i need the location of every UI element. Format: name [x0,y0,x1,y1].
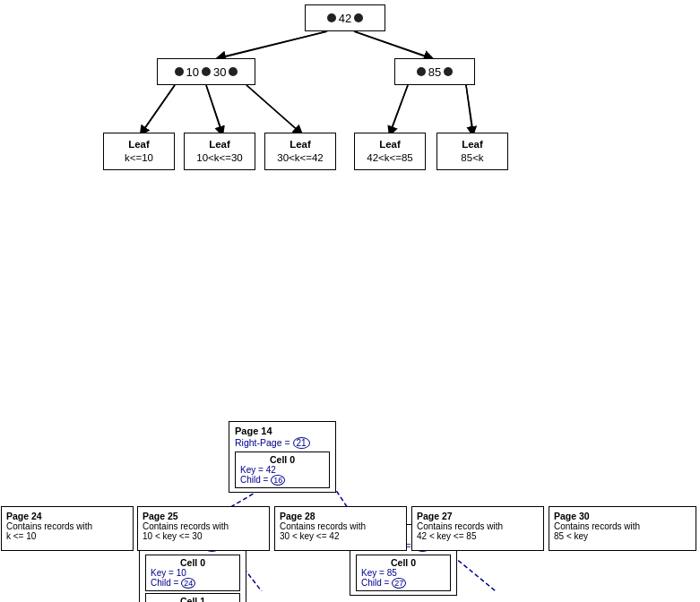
page21-cell0-child-value: 27 [392,578,406,589]
leaf-page-27-title: Page 27 [417,511,539,521]
leaf-page-30-line1: Contains records with [554,521,691,531]
dot [229,67,238,76]
leaf-page-24-line2: k <= 10 [6,531,128,541]
page16-cell0: Cell 0 Key = 10 Child = 24 [145,555,240,591]
internal-left-key1: 10 [186,65,199,79]
svg-line-4 [246,85,300,133]
btree-diagram: 42 10 30 85 Leaf k<=10 Leaf 10<k<=30 Lea… [0,0,700,197]
leaf-1-label: Leaf [128,138,150,151]
svg-line-12 [391,85,408,132]
leaf-page-30: Page 30 Contains records with 85 < key [549,506,696,551]
leaf-4: Leaf 42<k<=85 [354,133,426,170]
leaf-2-range: 10<k<=30 [196,151,242,165]
page21-cell0-title: Cell 0 [361,557,445,568]
leaf-4-range: 42<k<=85 [367,151,412,165]
svg-line-10 [206,85,221,132]
leaf-page-25-title: Page 25 [143,511,264,521]
svg-line-11 [246,85,299,132]
dot [202,67,211,76]
page14-right: Right-Page = 21 [235,437,330,449]
leaf-page-24-title: Page 24 [6,511,128,521]
leaf-page-27: Page 27 Contains records with 42 < key <… [411,506,544,551]
svg-line-3 [206,85,222,133]
dot [175,67,184,76]
page14-title: Page 14 [235,426,330,436]
page16-cell0-child: Child = 24 [151,578,235,589]
dot [444,67,453,76]
leaf-page-24-line1: Contains records with [6,521,128,531]
page16-cell1: Cell 1 Key = 30 Child = 25 [145,593,240,602]
svg-line-13 [466,85,472,132]
leaf-page-28: Page 28 Contains records with 30 < key <… [274,506,407,551]
btree-internal-left: 10 30 [157,58,255,85]
leaf-page-30-line2: 85 < key [554,531,691,541]
leaf-4-label: Leaf [379,138,401,151]
page16-cell0-title: Cell 0 [151,557,235,568]
leaf-page-28-line2: 30 < key <= 42 [280,531,402,541]
leaf-page-27-line1: Contains records with [417,521,539,531]
page21-cell0-child: Child = 27 [361,578,445,589]
page14-cell0: Cell 0 Key = 42 Child = 16 [235,452,330,488]
page21-cell0: Cell 0 Key = 85 Child = 27 [356,555,451,591]
svg-line-6 [466,85,473,133]
leaf-3: Leaf 30<k<=42 [264,133,336,170]
leaf-page-27-line2: 42 < key <= 85 [417,531,539,541]
page16-cell0-child-value: 24 [181,578,195,589]
dot [417,67,426,76]
leaf-5-range: 85<k [461,151,483,165]
leaf-page-28-line1: Contains records with [280,521,402,531]
btree-root: 42 [305,4,385,31]
leaf-2: Leaf 10<k<=30 [184,133,255,170]
leaf-3-range: 30<k<=42 [277,151,323,165]
leaf-page-24: Page 24 Contains records with k <= 10 [1,506,134,551]
leaf-page-25-line1: Contains records with [143,521,264,531]
leaf-5-label: Leaf [462,138,483,151]
dot [327,13,336,22]
svg-line-0 [220,31,327,58]
svg-line-2 [142,85,175,133]
page14-cell0-child-value: 16 [271,475,285,486]
dot [354,13,363,22]
svg-line-7 [220,31,327,57]
svg-line-8 [354,31,429,57]
leaf-page-25: Page 25 Contains records with 10 < key <… [137,506,270,551]
leaf-page-30-title: Page 30 [554,511,691,521]
page14-cell0-child: Child = 16 [240,475,324,486]
leaf-1: Leaf k<=10 [103,133,175,170]
page14-right-value: 21 [293,437,310,449]
page-14: Page 14 Right-Page = 21 Cell 0 Key = 42 … [229,421,336,493]
page21-cell0-key: Key = 85 [361,568,445,578]
leaf-page-25-line2: 10 < key <= 30 [143,531,264,541]
svg-line-5 [390,85,408,133]
svg-line-1 [354,31,430,58]
leaf-1-range: k<=10 [125,151,153,165]
page16-cell1-title: Cell 1 [151,596,235,602]
svg-line-9 [143,85,175,132]
bpage-diagram: Page 14 Right-Page = 21 Cell 0 Key = 42 … [0,206,700,591]
leaf-2-label: Leaf [209,138,230,151]
page14-cell0-key: Key = 42 [240,465,324,475]
leaf-3-label: Leaf [290,138,311,151]
leaf-5: Leaf 85<k [436,133,508,170]
internal-right-key1: 85 [428,65,441,79]
root-key: 42 [339,12,351,25]
page14-cell0-title: Cell 0 [240,454,324,465]
btree-internal-right: 85 [394,58,475,85]
page16-cell0-key: Key = 10 [151,568,235,578]
leaf-page-28-title: Page 28 [280,511,402,521]
internal-left-key2: 30 [213,65,226,79]
